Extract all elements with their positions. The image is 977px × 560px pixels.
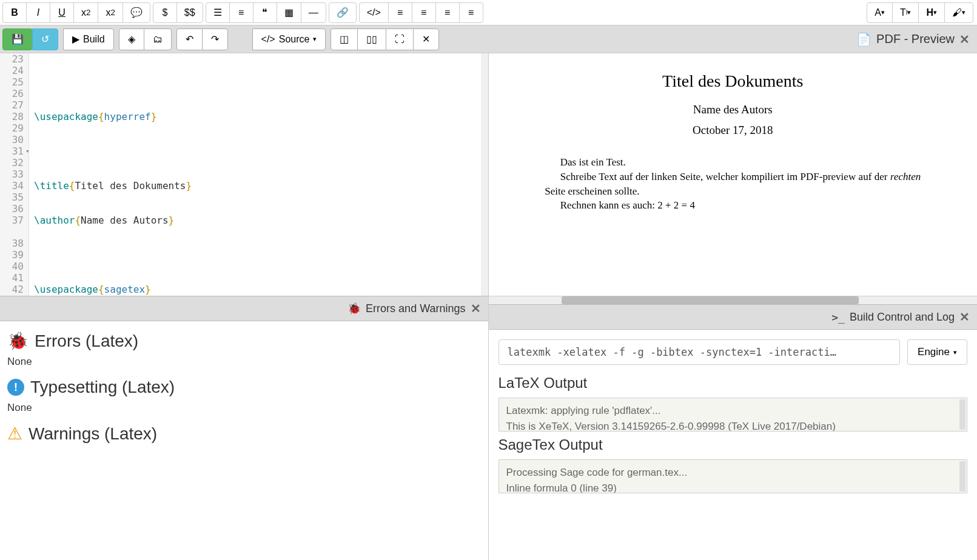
code-icon: </> <box>367 7 381 18</box>
code-content[interactable]: \usepackage{hyperref} \title{Titel des D… <box>29 53 488 296</box>
build-panel: latexmk -xelatex -f -g -bibtex -synctex=… <box>489 330 978 560</box>
build-panel-header: >_ Build Control and Log ✕ <box>489 304 978 330</box>
italic-button[interactable]: I <box>26 2 50 23</box>
play-icon: ▶ <box>72 33 79 45</box>
tree-button[interactable]: 🗂 <box>144 28 172 50</box>
build-button[interactable]: ▶Build <box>63 28 114 50</box>
table-icon: ▦ <box>284 7 294 18</box>
align-right-button[interactable]: ≡ <box>435 2 460 23</box>
fullscreen-icon: ⛶ <box>395 34 405 45</box>
underline-button[interactable]: U <box>50 2 74 23</box>
latex-output-box[interactable]: Latexmk: applying rule 'pdflatex'... Thi… <box>499 398 968 432</box>
build-command-input[interactable]: latexmk -xelatex -f -g -bibtex -synctex=… <box>499 339 901 365</box>
close-editor-button[interactable]: ✕ <box>413 28 439 50</box>
align-center-button[interactable]: ≡ <box>412 2 436 23</box>
align-justify-icon: ≡ <box>468 7 474 18</box>
color-menu[interactable]: 🖌 <box>944 2 973 23</box>
align-right-icon: ≡ <box>445 7 450 18</box>
save-icon: 💾 <box>12 33 24 45</box>
align-left-icon: ≡ <box>397 7 403 18</box>
pdf-title: Titel des Dokuments <box>545 72 921 91</box>
undo-icon: ↶ <box>186 33 193 45</box>
link-button[interactable]: 🔗 <box>329 2 357 23</box>
close-errors-button[interactable]: ✕ <box>471 301 481 316</box>
textsize-menu[interactable]: TI <box>892 2 919 23</box>
comment-button[interactable]: 💬 <box>123 2 150 23</box>
errors-heading: Errors (Latex) <box>35 332 138 351</box>
align-justify-button[interactable]: ≡ <box>459 2 483 23</box>
bold-button[interactable]: B <box>2 2 27 23</box>
typesetting-heading: Typesetting (Latex) <box>30 378 175 397</box>
quote-button[interactable]: ❝ <box>253 2 277 23</box>
code-icon: </> <box>261 34 275 45</box>
errors-panel-title: Errors and Warnings <box>366 302 465 315</box>
bullet-list-button[interactable]: ☰ <box>206 2 230 23</box>
pdf-author: Name des Autors <box>545 103 921 116</box>
line-gutter: 232425 262728 2930 31▾ 323334 353637 383… <box>0 53 29 296</box>
history-button[interactable]: ↺ <box>32 28 58 50</box>
layers-icon: ◈ <box>128 33 135 45</box>
pdf-paragraph: Das ist ein Test. <box>545 155 921 170</box>
table-button[interactable]: ▦ <box>277 2 301 23</box>
font-menu[interactable]: A <box>867 2 893 23</box>
sagetex-output-heading: SageTex Output <box>499 436 968 453</box>
editor-scrollbar[interactable] <box>481 53 488 296</box>
warnings-heading: Warnings (Latex) <box>29 424 157 444</box>
close-build-button[interactable]: ✕ <box>959 310 970 324</box>
warning-icon: ⚠ <box>7 424 22 444</box>
terminal-icon: >_ <box>831 311 845 324</box>
hr-icon: — <box>309 7 318 18</box>
formatting-toolbar: B I U x2 x2 💬 $ $$ ☰ ≡ ❝ ▦ — 🔗 </> ≡ ≡ ≡… <box>0 0 977 25</box>
pdf-preview-pane[interactable]: Titel des Dokuments Name des Autors Octo… <box>489 53 978 296</box>
build-toolbar: 💾 ↺ ▶Build ◈ 🗂 ↶ ↷ </>Source ◫ ▯▯ ⛶ ✕ 📄 … <box>0 25 977 53</box>
split-h-button[interactable]: ▯▯ <box>357 28 386 50</box>
history-icon: ↺ <box>41 33 49 45</box>
fullscreen-button[interactable]: ⛶ <box>386 28 414 50</box>
pdf-paragraph: Schreibe Text auf der linken Seite, welc… <box>545 170 921 199</box>
output-scrollbar[interactable] <box>959 461 965 492</box>
pdf-date: October 17, 2018 <box>545 124 921 137</box>
pdf-icon: 📄 <box>856 32 871 47</box>
save-button[interactable]: 💾 <box>2 28 33 50</box>
bug-icon: 🐞 <box>347 302 361 315</box>
link-icon: 🔗 <box>337 7 349 18</box>
split-h-icon: ▯▯ <box>366 33 377 45</box>
engine-dropdown[interactable]: Engine <box>907 339 967 365</box>
align-center-icon: ≡ <box>421 7 426 18</box>
close-icon: ✕ <box>422 33 430 45</box>
pdf-preview-label: PDF - Preview <box>876 32 955 46</box>
pdf-horizontal-scrollbar[interactable] <box>489 296 978 304</box>
sagetex-output-box[interactable]: Processing Sage code for german.tex... I… <box>499 459 968 493</box>
redo-button[interactable]: ↷ <box>202 28 228 50</box>
errors-panel-header: 🐞 Errors and Warnings ✕ <box>0 296 488 321</box>
info-icon: ! <box>7 379 24 396</box>
source-dropdown[interactable]: </>Source <box>252 28 326 50</box>
bug-icon: 🐞 <box>7 331 29 351</box>
code-editor[interactable]: 232425 262728 2930 31▾ 323334 353637 383… <box>0 53 488 296</box>
quote-icon: ❝ <box>262 7 267 18</box>
numbered-list-icon: ≡ <box>238 7 244 18</box>
typesetting-none-text: None <box>7 402 481 414</box>
split-v-icon: ◫ <box>340 33 349 45</box>
undo-button[interactable]: ↶ <box>176 28 203 50</box>
layers-button[interactable]: ◈ <box>119 28 144 50</box>
heading-menu[interactable]: H <box>918 2 945 23</box>
align-left-button[interactable]: ≡ <box>388 2 412 23</box>
latex-output-heading: LaTeX Output <box>499 375 968 392</box>
build-panel-title: Build Control and Log <box>850 311 955 324</box>
hr-button[interactable]: — <box>301 2 326 23</box>
output-scrollbar[interactable] <box>959 399 965 430</box>
errors-none-text: None <box>7 356 481 368</box>
comment-icon: 💬 <box>130 7 143 18</box>
superscript-button[interactable]: x2 <box>98 2 123 23</box>
subscript-button[interactable]: x2 <box>73 2 98 23</box>
errors-panel: 🐞Errors (Latex) None !Typesetting (Latex… <box>0 321 488 560</box>
numbered-list-button[interactable]: ≡ <box>229 2 253 23</box>
math-inline-button[interactable]: $ <box>153 2 177 23</box>
brush-icon: 🖌 <box>952 7 962 18</box>
math-display-button[interactable]: $$ <box>176 2 203 23</box>
pdf-page: Titel des Dokuments Name des Autors Octo… <box>520 53 945 231</box>
close-preview-button[interactable]: ✕ <box>959 32 970 47</box>
code-button[interactable]: </> <box>359 2 389 23</box>
split-v-button[interactable]: ◫ <box>331 28 358 50</box>
